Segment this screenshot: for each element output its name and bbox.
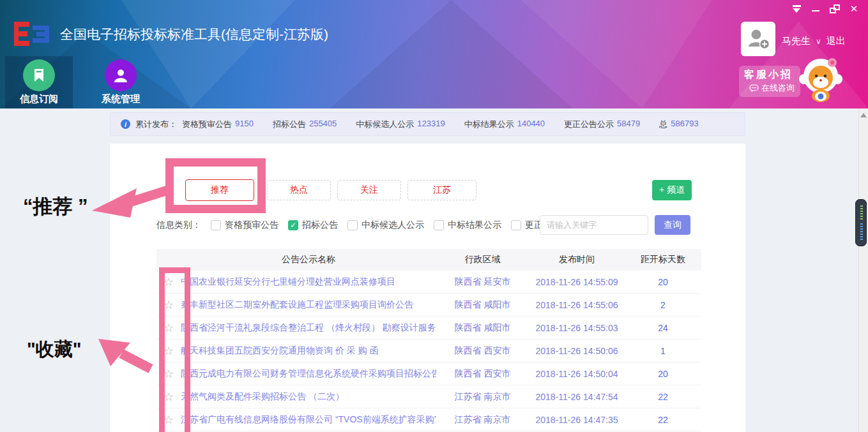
favorite-star-icon[interactable]: ☆	[164, 413, 174, 426]
chat-bubble-icon	[749, 84, 759, 93]
row-time: 2018-11-26 14:47:35	[529, 415, 625, 425]
category-filter-row: 信息类别： 资格预审公告 ✓ 招标公告 中标候选人公示 中标结果公示 更正公告公…	[156, 216, 579, 235]
favorite-star-icon[interactable]: ☆	[164, 322, 174, 334]
filter-checkbox-prequalification[interactable]: 资格预审公告	[211, 220, 278, 231]
annotation-recommend-label: “推荐 ”	[23, 193, 88, 220]
checkbox-icon	[511, 220, 521, 230]
skin-icon[interactable]	[791, 4, 802, 14]
row-time: 2018-11-26 14:50:04	[529, 369, 625, 379]
tab-follow[interactable]: 关注	[337, 180, 401, 200]
chevron-down-icon[interactable]: ∨	[816, 37, 821, 46]
row-region: 陕西省 西安市	[436, 368, 529, 380]
announcement-link[interactable]: 天然气阀类及配件采购招标公告 （二次）	[181, 391, 436, 403]
table-row: ☆ 天然气阀类及配件采购招标公告 （二次） 江苏省 南京市 2018-11-26…	[156, 385, 701, 408]
table-row: ☆ 陕西元成电力有限公司财务管理信息化系统硬件采购项目招标公告 陕西省 西安市 …	[156, 362, 701, 385]
app-header: ✕ 全国电子招标投标标准工具(信息定制-江苏版)	[0, 0, 868, 108]
announcement-link[interactable]: 秦丰新型社区二期室外配套设施工程监理采购项目询价公告	[181, 299, 436, 311]
handle-dots-green	[860, 205, 863, 221]
user-name[interactable]: 马先生	[782, 35, 811, 47]
customer-service-title: 客服小招	[744, 68, 795, 82]
user-icon	[105, 59, 137, 91]
row-region: 陕西省 咸阳市	[436, 299, 529, 311]
favorite-star-icon[interactable]: ☆	[164, 345, 174, 357]
online-chat-label: 在线咨询	[761, 82, 795, 94]
info-icon: i	[121, 119, 130, 129]
side-toolbar-handle[interactable]	[855, 199, 867, 246]
page-title: 全国电子招标投标标准工具(信息定制-江苏版)	[60, 26, 328, 43]
tab-hot[interactable]: 热点	[267, 180, 331, 200]
logout-button[interactable]: 退出	[826, 35, 846, 47]
row-region: 陕西省 咸阳市	[436, 322, 529, 334]
checkbox-checked-icon: ✓	[288, 220, 298, 230]
announcement-link[interactable]: 航天科技集团五院西安分院通用物资询 价 采 购 函	[181, 345, 436, 357]
query-button[interactable]: 查询	[655, 215, 690, 235]
table-row: ☆ 航天科技集团五院西安分院通用物资询 价 采 购 函 陕西省 西安市 2018…	[156, 339, 701, 362]
tab-recommend[interactable]: 推荐	[185, 179, 254, 201]
annotation-favorite-label: "收藏"	[27, 337, 82, 362]
announcement-link[interactable]: 江苏省广电有线信息网络股份有限公司 “TVOS前端系统扩容采购” ...	[181, 414, 436, 426]
stat-item: 招标公告255405	[273, 119, 337, 130]
app-logo	[11, 19, 52, 52]
row-days: 20	[625, 369, 701, 379]
announcement-link[interactable]: 陕西元成电力有限公司财务管理信息化系统硬件采购项目招标公告	[181, 368, 436, 380]
row-days: 24	[625, 323, 701, 333]
table-row: ☆ 陕西省泾河干流礼泉段综合整治工程 （烽火村段） 勘察设计服务采购... 陕西…	[156, 317, 701, 339]
stat-item: 中标候选人公示123319	[356, 119, 445, 130]
favorite-star-icon[interactable]: ☆	[164, 276, 174, 288]
filter-checkbox-result[interactable]: 中标结果公示	[434, 220, 501, 231]
add-channel-button[interactable]: + 频道	[652, 180, 692, 200]
announcement-link[interactable]: 中国农业银行延安分行七里铺分理处营业网点装修项目	[181, 276, 436, 288]
stat-item: 中标结果公示140440	[464, 119, 545, 130]
row-time: 2018-11-26 14:50:06	[529, 346, 625, 356]
row-time: 2018-11-26 14:55:03	[529, 323, 625, 333]
window-controls: ✕	[791, 3, 859, 15]
minimize-icon[interactable]	[811, 4, 821, 14]
row-days: 22	[625, 415, 701, 425]
sidebar-item-subscription[interactable]: 信息订阅	[5, 56, 73, 108]
row-time: 2018-11-26 14:55:06	[529, 300, 625, 310]
table-header: 公告公示名称 行政区域 发布时间 距开标天数	[156, 249, 701, 271]
row-region: 江苏省 南京市	[436, 391, 529, 403]
announcement-link[interactable]: 陕西省泾河干流礼泉段综合整治工程 （烽火村段） 勘察设计服务采购...	[181, 322, 436, 334]
stats-prefix-label: 累计发布：	[135, 119, 177, 130]
stat-item: 资格预审公告9150	[182, 119, 254, 130]
row-days: 1	[625, 346, 701, 356]
row-days: 20	[625, 277, 701, 287]
sidebar-item-system-management[interactable]: 系统管理	[87, 56, 155, 108]
content-card: 推荐 热点 关注 江苏 + 频道 信息类别： 资格预审公告 ✓ 招标公告 中标候…	[110, 144, 745, 432]
row-region: 陕西省 西安市	[436, 345, 529, 357]
table-row: ☆ 中国农业银行延安分行七里铺分理处营业网点装修项目 陕西省 延安市 2018-…	[156, 271, 701, 294]
stat-item: 更正公告公示58479	[564, 119, 640, 130]
customer-service-panel: 客服小招 在线咨询	[739, 66, 800, 97]
row-days: 2	[625, 300, 701, 310]
filter-checkbox-tender[interactable]: ✓ 招标公告	[288, 220, 338, 231]
scroll-up-arrow-icon[interactable]	[860, 113, 867, 117]
col-header-days: 距开标天数	[625, 254, 701, 265]
restore-icon[interactable]	[830, 4, 840, 14]
online-chat-button[interactable]: 在线咨询	[749, 82, 795, 94]
table-row: ☆ 江苏省广电有线信息网络股份有限公司 “TVOS前端系统扩容采购” ... 江…	[156, 408, 701, 431]
app-window: ✕ 全国电子招标投标标准工具(信息定制-江苏版)	[0, 0, 868, 432]
user-menu: 马先生 ∨ 退出	[782, 35, 846, 47]
col-header-time: 发布时间	[529, 254, 625, 265]
handle-dots-blue	[860, 223, 863, 241]
favorite-star-icon[interactable]: ☆	[164, 368, 174, 380]
filter-label: 信息类别：	[156, 220, 201, 231]
search-input[interactable]	[540, 215, 648, 235]
avatar[interactable]	[741, 22, 775, 56]
favorite-star-icon[interactable]: ☆	[164, 391, 174, 403]
close-icon[interactable]: ✕	[849, 4, 859, 14]
tab-jiangsu[interactable]: 江苏	[407, 180, 476, 200]
col-header-region: 行政区域	[436, 254, 529, 265]
announcement-table: 公告公示名称 行政区域 发布时间 距开标天数 ☆ 中国农业银行延安分行七里铺分理…	[156, 249, 701, 431]
checkbox-icon	[434, 220, 444, 230]
row-time: 2018-11-26 14:47:54	[529, 392, 625, 402]
row-days: 22	[625, 392, 701, 402]
bookmark-icon	[23, 59, 55, 91]
mascot-icon[interactable]	[798, 56, 843, 105]
favorite-star-icon[interactable]: ☆	[164, 299, 174, 311]
table-row: ☆ 秦丰新型社区二期室外配套设施工程监理采购项目询价公告 陕西省 咸阳市 201…	[156, 294, 701, 317]
filter-checkbox-candidate[interactable]: 中标候选人公示	[347, 220, 424, 231]
scrollbar-track[interactable]	[858, 108, 868, 432]
stat-item: 总586793	[659, 119, 698, 130]
